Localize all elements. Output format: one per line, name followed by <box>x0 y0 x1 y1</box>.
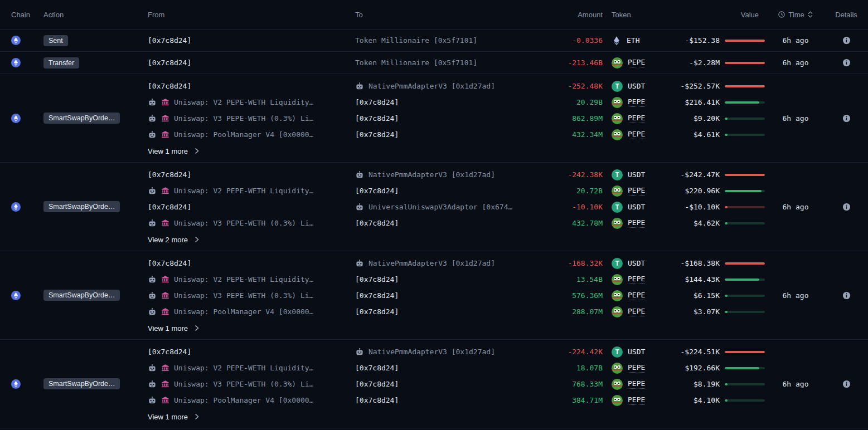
to-address[interactable]: Token Millionaire [0x5f7101] <box>355 58 477 67</box>
info-icon[interactable] <box>842 203 851 211</box>
info-icon[interactable] <box>842 291 851 300</box>
table-row: SmartSwapByOrde… [0x7c8d24] NativePmmAda… <box>0 251 868 340</box>
ethereum-chain-icon <box>11 114 21 123</box>
info-icon[interactable] <box>842 380 851 388</box>
to-address[interactable]: [0x7c8d24] <box>355 307 399 316</box>
to-address[interactable]: [0x7c8d24] <box>355 98 399 106</box>
value-bar <box>725 40 765 42</box>
robot-icon <box>148 187 157 196</box>
to-address[interactable]: [0x7c8d24] <box>355 291 399 300</box>
table-row: SmartSwapByOrde… [0x7c8d24] NativePmmAda… <box>0 163 868 251</box>
usdt-token-icon <box>612 346 623 358</box>
token-ticker[interactable]: USDT <box>628 170 645 179</box>
token-ticker[interactable]: PEPE <box>628 58 645 67</box>
token-ticker[interactable]: PEPE <box>628 114 645 123</box>
from-address[interactable]: Uniswap: PoolManager V4 [0x0000… <box>174 130 313 139</box>
view-more-label: View 1 more <box>148 324 188 333</box>
view-more-button[interactable]: View 1 more <box>148 144 767 158</box>
tx-time: 6h ago <box>767 380 825 388</box>
token-ticker[interactable]: USDT <box>628 259 645 267</box>
to-address[interactable]: NativePmmAdapterV3 [0x1d27ad] <box>368 82 495 90</box>
tx-time: 6h ago <box>767 203 825 211</box>
from-address[interactable]: [0x7c8d24] <box>148 58 191 67</box>
from-address[interactable]: Uniswap: PoolManager V4 [0x0000… <box>174 307 313 316</box>
to-address[interactable]: [0x7c8d24] <box>355 380 399 388</box>
amount: 862.89M <box>528 114 603 123</box>
header-time-sort[interactable]: Time <box>767 11 825 19</box>
from-address[interactable]: Uniswap: V2 PEPE-WETH Liquidity… <box>174 364 313 372</box>
from-address[interactable]: Uniswap: V2 PEPE-WETH Liquidity… <box>174 275 313 284</box>
token-ticker[interactable]: PEPE <box>628 218 645 228</box>
chevron-right-icon <box>193 148 200 154</box>
from-address[interactable]: [0x7c8d24] <box>148 82 191 90</box>
pepe-token-icon <box>612 395 623 406</box>
transfer-line: Uniswap: V2 PEPE-WETH Liquidity… [0x7c8d… <box>148 360 767 376</box>
token-ticker[interactable]: PEPE <box>628 291 645 300</box>
action-badge: SmartSwapByOrde… <box>43 201 120 212</box>
uniswap-bank-icon <box>161 307 169 316</box>
to-address[interactable]: NativePmmAdapterV3 [0x1d27ad] <box>368 170 495 179</box>
from-address[interactable]: [0x7c8d24] <box>148 36 191 45</box>
to-address[interactable]: [0x7c8d24] <box>355 275 399 284</box>
uniswap-bank-icon <box>161 275 169 284</box>
info-icon[interactable] <box>842 58 851 67</box>
from-address[interactable]: [0x7c8d24] <box>148 203 191 211</box>
from-address[interactable]: Uniswap: V3 PEPE-WETH (0.3%) Li… <box>174 380 313 388</box>
token-ticker[interactable]: ETH <box>627 36 639 45</box>
from-address[interactable]: Uniswap: V3 PEPE-WETH (0.3%) Li… <box>174 291 313 300</box>
from-address[interactable]: Uniswap: V2 PEPE-WETH Liquidity… <box>174 98 313 106</box>
token-ticker[interactable]: PEPE <box>628 186 645 196</box>
uniswap-bank-icon <box>161 219 169 227</box>
view-more-button[interactable]: View 1 more <box>148 409 767 424</box>
amount: 20.72B <box>528 187 603 195</box>
to-address[interactable]: UniversalUniswapV3Adaptor [0x674… <box>368 203 512 211</box>
to-address[interactable]: [0x7c8d24] <box>355 187 399 195</box>
uniswap-bank-icon <box>161 364 169 372</box>
tx-time: 6h ago <box>767 114 825 123</box>
to-address[interactable]: NativePmmAdapterV3 [0x1d27ad] <box>368 259 495 267</box>
token-ticker[interactable]: USDT <box>628 203 645 211</box>
value-bar <box>725 278 765 281</box>
token-ticker[interactable]: PEPE <box>628 97 645 107</box>
transfer-line: [0x7c8d24] NativePmmAdapterV3 [0x1d27ad]… <box>148 167 767 183</box>
header-from: From <box>148 11 355 19</box>
token-ticker[interactable]: PEPE <box>628 363 645 373</box>
pepe-token-icon <box>612 306 623 317</box>
value-bar <box>725 206 765 208</box>
pepe-token-icon <box>612 129 623 140</box>
from-address[interactable]: Uniswap: V3 PEPE-WETH (0.3%) Li… <box>174 219 313 227</box>
to-address[interactable]: Token Millionaire [0x5f7101] <box>355 36 477 45</box>
info-icon[interactable] <box>842 36 851 45</box>
to-address[interactable]: [0x7c8d24] <box>355 396 399 404</box>
value: -$168.38K <box>658 259 720 267</box>
to-address[interactable]: NativePmmAdapterV3 [0x1d27ad] <box>368 348 495 356</box>
value: $144.43K <box>658 275 720 284</box>
from-address[interactable]: Uniswap: PoolManager V4 [0x0000… <box>174 396 313 404</box>
to-address[interactable]: [0x7c8d24] <box>355 130 399 139</box>
to-address[interactable]: [0x7c8d24] <box>355 364 399 372</box>
token-ticker[interactable]: PEPE <box>628 130 645 139</box>
transfer-line: Uniswap: V3 PEPE-WETH (0.3%) Li… [0x7c8d… <box>148 215 767 231</box>
uniswap-bank-icon <box>161 130 169 139</box>
table-row: Transfer [0x7c8d24] Token Millionaire [0… <box>0 52 868 74</box>
token-ticker[interactable]: PEPE <box>628 379 645 389</box>
info-icon[interactable] <box>842 114 851 123</box>
from-address[interactable]: [0x7c8d24] <box>148 259 191 267</box>
from-address[interactable]: [0x7c8d24] <box>148 348 191 356</box>
from-address[interactable]: Uniswap: V3 PEPE-WETH (0.3%) Li… <box>174 114 313 123</box>
token-ticker[interactable]: USDT <box>628 82 645 90</box>
amount: 13.54B <box>528 275 603 284</box>
view-more-button[interactable]: View 2 more <box>148 232 767 247</box>
from-address[interactable]: [0x7c8d24] <box>148 170 191 179</box>
token-ticker[interactable]: PEPE <box>628 307 645 316</box>
token-ticker[interactable]: PEPE <box>628 395 645 405</box>
amount: 384.71M <box>528 396 603 404</box>
token-ticker[interactable]: PEPE <box>628 275 645 284</box>
view-more-button[interactable]: View 1 more <box>148 321 767 335</box>
to-address[interactable]: [0x7c8d24] <box>355 114 399 123</box>
value-bar <box>725 399 765 402</box>
robot-icon <box>148 275 157 284</box>
token-ticker[interactable]: USDT <box>628 348 645 356</box>
to-address[interactable]: [0x7c8d24] <box>355 219 399 227</box>
from-address[interactable]: Uniswap: V2 PEPE-WETH Liquidity… <box>174 187 313 195</box>
